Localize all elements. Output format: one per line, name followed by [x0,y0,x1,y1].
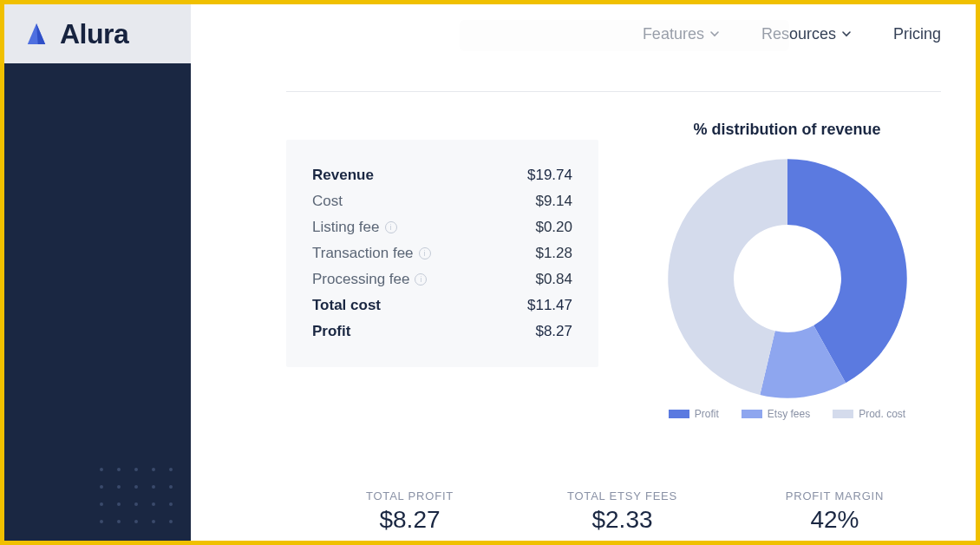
legend-cost-label: Prod. cost [859,408,905,420]
row-profit: Profit $8.27 [312,318,572,345]
total-fees-value: $2.33 [516,506,728,534]
donut-chart [662,153,913,404]
cost-value: $9.14 [535,193,572,210]
total-profit-label: TOTAL PROFIT [304,489,516,502]
processing-value: $0.84 [535,271,572,288]
total-margin-value: 42% [728,506,941,534]
revenue-label: Revenue [312,167,374,184]
chart-column: % distribution of revenue Profit Etsy fe… [633,121,941,420]
row-total-cost: Total cost $11.47 [312,292,572,318]
transaction-label: Transaction fee [312,245,414,262]
transaction-value: $1.28 [535,245,572,262]
legend-profit: Profit [669,408,719,420]
profit-value: $8.27 [535,323,572,340]
legend-profit-label: Profit [695,408,719,420]
legend-cost: Prod. cost [833,408,905,420]
totalcost-value: $11.47 [527,297,572,314]
logo-icon [22,19,51,49]
row-cost: Cost $9.14 [312,188,572,214]
listing-label: Listing fee [312,219,380,236]
main-content: Revenue $19.74 Cost $9.14 Listing feei $… [191,63,976,541]
sidebar: Alura [4,4,191,541]
total-profit-value: $8.27 [304,506,516,534]
revenue-value: $19.74 [527,167,572,184]
chart-title: % distribution of revenue [693,121,880,139]
decorative-dots [100,468,181,532]
total-margin-label: PROFIT MARGIN [728,489,941,502]
info-icon[interactable]: i [419,247,431,259]
totals-row: TOTAL PROFIT $8.27 TOTAL ETSY FEES $2.33… [191,489,976,534]
swatch-profit [669,410,689,418]
calculator-card: Revenue $19.74 Cost $9.14 Listing feei $… [286,140,598,367]
row-revenue: Revenue $19.74 [312,162,572,188]
total-margin: PROFIT MARGIN 42% [728,489,941,534]
row-processing-fee: Processing feei $0.84 [312,266,572,292]
total-fees-label: TOTAL ETSY FEES [516,489,728,502]
faded-toolbar [460,20,789,51]
top-nav: Features Resources Pricing [191,4,976,63]
info-icon[interactable]: i [415,273,427,286]
swatch-fees [742,410,762,418]
processing-label: Processing fee [312,271,409,288]
logo-area[interactable]: Alura [4,4,191,63]
listing-value: $0.20 [535,219,572,236]
profit-label: Profit [312,323,350,340]
chart-legend: Profit Etsy fees Prod. cost [669,408,905,420]
nav-pricing-label: Pricing [893,25,941,43]
total-profit: TOTAL PROFIT $8.27 [304,489,516,534]
chevron-down-icon [841,29,852,39]
divider [286,91,941,92]
swatch-cost [833,410,853,418]
row-transaction-fee: Transaction feei $1.28 [312,240,572,266]
legend-fees: Etsy fees [742,408,810,420]
legend-fees-label: Etsy fees [768,408,810,420]
row-listing-fee: Listing feei $0.20 [312,214,572,240]
cost-label: Cost [312,193,343,210]
info-icon[interactable]: i [385,221,397,233]
totalcost-label: Total cost [312,297,381,314]
total-fees: TOTAL ETSY FEES $2.33 [516,489,728,534]
nav-pricing[interactable]: Pricing [893,25,941,43]
brand-name: Alura [60,18,128,50]
